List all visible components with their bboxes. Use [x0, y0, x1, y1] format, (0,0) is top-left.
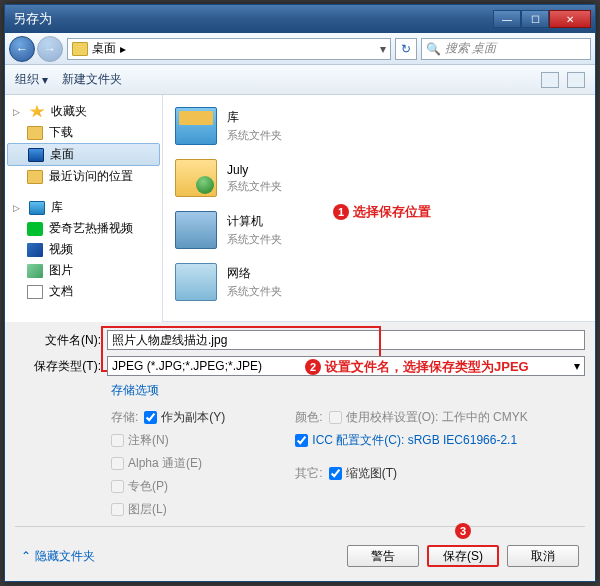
folder-icon [27, 170, 43, 184]
list-item[interactable]: 计算机系统文件夹 [171, 207, 587, 253]
help-button[interactable] [567, 72, 585, 88]
user-folder-icon [175, 159, 217, 197]
desktop-icon [28, 148, 44, 162]
back-button[interactable]: ← [9, 36, 35, 62]
save-options-panel: 文件名(N): 保存类型(T): JPEG (*.JPG;*.JPEG;*.JP… [5, 322, 595, 581]
image-icon [27, 264, 43, 278]
maximize-button[interactable]: ☐ [521, 10, 549, 28]
titlebar[interactable]: 另存为 — ☐ ✕ [5, 5, 595, 33]
sidebar-item-videos[interactable]: 视频 [5, 239, 162, 260]
sidebar-item-documents[interactable]: 文档 [5, 281, 162, 302]
list-item[interactable]: 网络系统文件夹 [171, 259, 587, 305]
sidebar: ▷收藏夹 下载 桌面 最近访问的位置 ▷库 爱奇艺热播视频 视频 图片 文档 [5, 95, 163, 322]
folder-icon [72, 42, 88, 56]
star-icon [29, 105, 45, 119]
save-options-link[interactable]: 存储选项 [111, 383, 159, 397]
toolbar: 组织▾ 新建文件夹 [5, 65, 595, 95]
hide-folders-link[interactable]: ⌃隐藏文件夹 [21, 548, 95, 565]
sidebar-libraries-header[interactable]: ▷库 [5, 197, 162, 218]
organize-menu[interactable]: 组织▾ [15, 71, 48, 88]
library-icon [29, 201, 45, 215]
video-icon [27, 243, 43, 257]
chevron-down-icon[interactable]: ▾ [380, 42, 386, 56]
sidebar-item-recent[interactable]: 最近访问的位置 [5, 166, 162, 187]
document-icon [27, 285, 43, 299]
chevron-down-icon: ▾ [574, 359, 580, 373]
warning-button[interactable]: 警告 [347, 545, 419, 567]
search-placeholder: 搜索 桌面 [445, 40, 496, 57]
window-title: 另存为 [13, 10, 493, 28]
copy-checkbox[interactable]: 作为副本(Y) [144, 409, 225, 426]
forward-button[interactable]: → [37, 36, 63, 62]
filetype-label: 保存类型(T): [15, 358, 101, 375]
alpha-checkbox[interactable]: Alpha 通道(E) [111, 455, 225, 472]
thumbnail-checkbox[interactable]: 缩览图(T) [329, 465, 397, 482]
chevron-right-icon: ▸ [120, 42, 126, 56]
new-folder-button[interactable]: 新建文件夹 [62, 71, 122, 88]
view-options-button[interactable] [541, 72, 559, 88]
layers-checkbox[interactable]: 图层(L) [111, 501, 225, 518]
path-segment[interactable]: 桌面 [92, 40, 116, 57]
breadcrumb[interactable]: 桌面 ▸ ▾ [67, 38, 391, 60]
sidebar-favorites-header[interactable]: ▷收藏夹 [5, 101, 162, 122]
save-as-dialog: 另存为 — ☐ ✕ ← → 桌面 ▸ ▾ ↻ 🔍 搜索 桌面 组织▾ 新建文件夹 [4, 4, 596, 582]
search-input[interactable]: 🔍 搜索 桌面 [421, 38, 591, 60]
spot-checkbox[interactable]: 专色(P) [111, 478, 225, 495]
sidebar-item-pictures[interactable]: 图片 [5, 260, 162, 281]
sidebar-item-downloads[interactable]: 下载 [5, 122, 162, 143]
folder-icon [27, 126, 43, 140]
sidebar-item-desktop[interactable]: 桌面 [7, 143, 160, 166]
library-icon [175, 107, 217, 145]
computer-icon [175, 211, 217, 249]
nav-bar: ← → 桌面 ▸ ▾ ↻ 🔍 搜索 桌面 [5, 33, 595, 65]
iqiyi-icon [27, 222, 43, 236]
list-item[interactable]: July系统文件夹 [171, 155, 587, 201]
cancel-button[interactable]: 取消 [507, 545, 579, 567]
refresh-button[interactable]: ↻ [395, 38, 417, 60]
file-list[interactable]: 库系统文件夹 July系统文件夹 计算机系统文件夹 网络系统文件夹 1选择保存位… [163, 95, 595, 322]
filename-label: 文件名(N): [15, 332, 101, 349]
proof-checkbox[interactable]: 使用校样设置(O): 工作中的 CMYK [329, 409, 528, 426]
close-button[interactable]: ✕ [549, 10, 591, 28]
notes-checkbox[interactable]: 注释(N) [111, 432, 225, 449]
save-button[interactable]: 保存(S) [427, 545, 499, 567]
sidebar-item-iqiyi[interactable]: 爱奇艺热播视频 [5, 218, 162, 239]
chevron-up-icon: ⌃ [21, 549, 31, 563]
minimize-button[interactable]: — [493, 10, 521, 28]
network-icon [175, 263, 217, 301]
chevron-down-icon: ▾ [42, 73, 48, 87]
list-item[interactable]: 库系统文件夹 [171, 103, 587, 149]
filename-input[interactable] [107, 330, 585, 350]
icc-checkbox[interactable]: ICC 配置文件(C): sRGB IEC61966-2.1 [295, 432, 527, 449]
search-icon: 🔍 [426, 42, 441, 56]
filetype-combo[interactable]: JPEG (*.JPG;*.JPEG;*.JPE)▾ [107, 356, 585, 376]
